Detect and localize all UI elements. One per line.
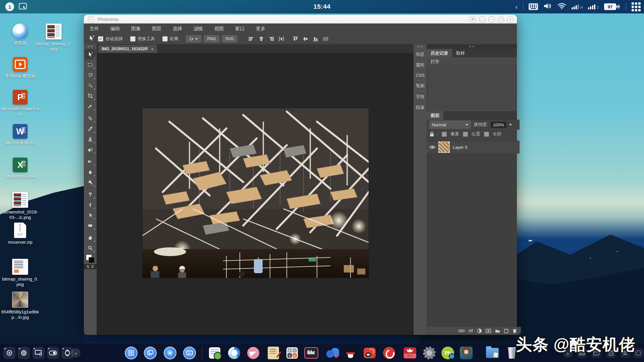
dock-app-chrome[interactable] [227, 346, 241, 360]
dock-app-notes[interactable] [266, 346, 280, 360]
link-icon[interactable] [459, 329, 465, 333]
tool-type[interactable] [85, 189, 96, 199]
default-colors-button[interactable]: D [92, 265, 94, 268]
tab-layers[interactable]: 图层 [427, 111, 443, 120]
pin-button[interactable] [470, 16, 476, 22]
zoom-level-dropdown[interactable]: 1x [186, 35, 201, 43]
tool-gradient[interactable] [85, 156, 96, 167]
document-tab[interactable]: IMG_20190511_161832R × [98, 45, 157, 53]
dock-collapse-chevron[interactable]: ‹ [71, 348, 80, 358]
lock-position-checkbox[interactable] [463, 132, 468, 137]
menu-image[interactable]: 图像 [125, 23, 146, 34]
menu-window[interactable]: 窗口 [229, 23, 250, 34]
menu-more[interactable]: 更多 [250, 23, 271, 34]
dock-screen-record-button[interactable] [3, 347, 15, 359]
checkbox-checked[interactable]: ✓ [98, 36, 103, 42]
battery-indicator[interactable]: 97 [604, 3, 621, 10]
desktop-icon-excel[interactable]: X Microsoft Excel [1, 158, 39, 179]
keyboard-icon[interactable] [529, 3, 538, 10]
layer-thumbnail[interactable] [438, 141, 450, 153]
props-collapse-control[interactable]: < > [417, 44, 423, 49]
desktop-icon-screenshot[interactable]: Screenshot_2019-03-...ic.png [1, 192, 39, 220]
volume-icon[interactable] [543, 2, 552, 11]
distance-checkbox[interactable]: 距离 [162, 36, 178, 42]
panel-label-character[interactable]: 字符 [414, 92, 427, 102]
menu-layer[interactable]: 图层 [146, 23, 167, 34]
dock-app-paper-plane[interactable] [246, 346, 260, 360]
tab-close-icon[interactable]: × [151, 47, 154, 52]
auto-select-checkbox[interactable]: ✓ 自动选择 [98, 36, 123, 42]
dock-app-settings[interactable] [422, 346, 436, 360]
lock-all-checkbox[interactable] [484, 132, 489, 137]
maximize-button[interactable]: □ [498, 16, 504, 22]
back-button[interactable]: ‹ [88, 16, 94, 22]
tool-eraser[interactable] [85, 144, 96, 155]
layer-row[interactable]: Layer 0 [427, 141, 520, 154]
swap-colors-icon[interactable]: ⇅ [87, 265, 89, 268]
panel-label-properties[interactable]: 属性 [414, 60, 427, 70]
distribute-h-icon[interactable] [279, 36, 284, 42]
dock-app-qq[interactable] [343, 346, 358, 360]
menu-view[interactable]: 视图 [209, 23, 229, 34]
align-right-icon[interactable] [269, 36, 274, 42]
desktop-icon-bitmap-sharing-1[interactable]: bitmap_sharing_1.png [35, 23, 72, 52]
dock-network-globe-button[interactable] [18, 347, 30, 359]
tools-collapse-control[interactable]: > < [88, 44, 93, 49]
panel-label-info[interactable]: 信息 [414, 49, 427, 60]
history-entry-open[interactable]: 打开 [427, 57, 517, 66]
desktop-icon-bitmap-sharing-0[interactable]: bitmap_sharing_0.png [1, 259, 39, 287]
visibility-eye-icon[interactable] [429, 145, 435, 149]
dock-app-folder[interactable] [485, 346, 499, 360]
tool-path-select[interactable] [85, 210, 96, 220]
tool-zoom[interactable] [85, 243, 96, 253]
checkbox-unchecked[interactable] [130, 36, 136, 42]
tool-shape[interactable] [85, 220, 96, 231]
window-titlebar[interactable]: ‹ Photoshop … − □ × [84, 15, 517, 23]
transform-tool-checkbox[interactable]: 变换工具 [130, 36, 155, 42]
menu-edit[interactable]: 编辑 [105, 23, 125, 34]
tool-pen[interactable] [85, 199, 96, 210]
align-middle-icon[interactable] [303, 36, 308, 42]
mask-icon[interactable] [486, 329, 491, 333]
tool-move[interactable] [85, 49, 96, 59]
cellular-signal-1-icon[interactable]: H [572, 4, 583, 9]
export-svg-button[interactable]: SVG [222, 35, 237, 43]
tool-clone-stamp[interactable] [85, 134, 96, 144]
tool-blur[interactable] [85, 167, 96, 177]
tool-crop[interactable] [85, 90, 96, 101]
tool-lasso[interactable] [85, 70, 96, 80]
opacity-value[interactable]: 100% [491, 122, 506, 128]
tool-hand[interactable] [85, 232, 96, 243]
tool-quick-select[interactable] [85, 80, 96, 90]
effects-button[interactable]: eff [469, 328, 473, 333]
dock-show-desktop-button[interactable] [164, 347, 176, 359]
align-top-icon[interactable] [293, 36, 298, 42]
desktop-icon-mcserver-zip[interactable]: ZIP mcserver.zip [1, 223, 39, 245]
export-png-button[interactable]: PNG [204, 35, 219, 43]
dock-toggle-switch-button[interactable] [47, 347, 59, 359]
align-left-icon[interactable] [249, 36, 254, 42]
color-swatches[interactable] [86, 254, 95, 263]
dock-launcher-button[interactable] [125, 347, 138, 359]
minimize-button[interactable]: − [488, 16, 495, 22]
menu-select[interactable]: 选择 [167, 23, 188, 34]
tool-eyedropper[interactable] [85, 101, 96, 111]
dock-app-file-manager[interactable] [208, 346, 222, 360]
checkbox-unchecked[interactable] [162, 36, 168, 42]
dock-display-cast-button[interactable] [33, 347, 45, 359]
dock-app-photoshop[interactable]: Ph [441, 346, 455, 360]
layer-name[interactable]: Layer 0 [453, 145, 467, 150]
align-center-h-icon[interactable] [259, 36, 264, 42]
new-layer-icon[interactable] [504, 329, 508, 333]
dock-app-netease-music[interactable] [382, 346, 396, 360]
app-grid-icon[interactable] [632, 2, 641, 11]
dock-app-baidu-netdisk[interactable] [326, 346, 340, 360]
desktop-icon-word[interactable]: W Microsoft Word [1, 124, 39, 146]
panel-label-css[interactable]: CSS [414, 70, 427, 80]
more-button[interactable]: … [479, 16, 485, 22]
align-bottom-icon[interactable] [313, 36, 318, 42]
chevron-left-icon[interactable]: ‹ [516, 3, 518, 10]
tool-brush[interactable] [85, 123, 96, 134]
cellular-signal-2-icon[interactable]: 2 [588, 4, 599, 9]
menu-filter[interactable]: 滤镜 [188, 23, 209, 34]
